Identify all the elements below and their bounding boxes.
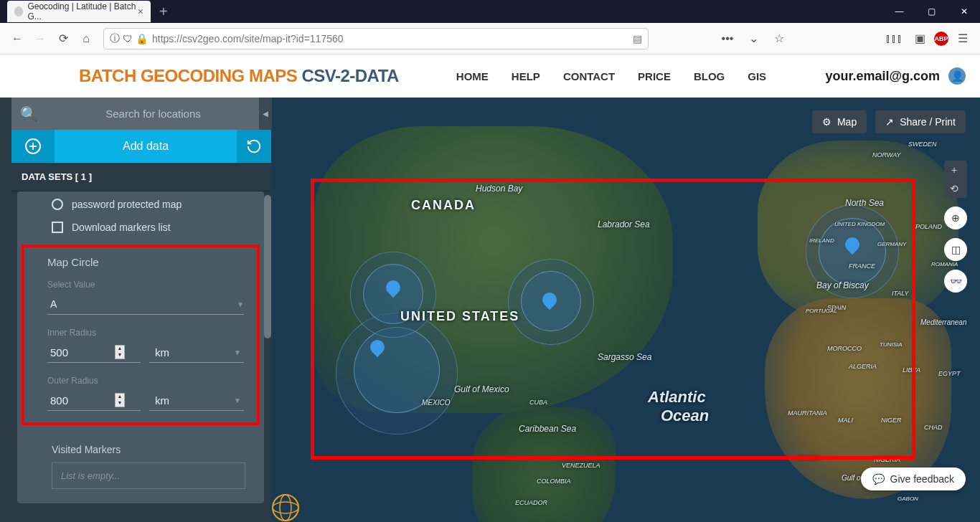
inner-radius-label: Inner Radius [47, 328, 244, 338]
radio-icon [52, 199, 63, 210]
map-controls-top: ⚙ Map ↗ Share / Print [812, 110, 966, 133]
visited-list-empty: List is empty... [52, 462, 245, 489]
reset-rotation-button[interactable]: ⟲ [944, 179, 964, 198]
outer-radius-unit-dropdown[interactable]: km ▼ [149, 390, 244, 411]
refresh-button[interactable] [237, 130, 271, 163]
svg-point-4 [273, 502, 298, 513]
map-canvas[interactable]: CANADA Hudson Bay Labrador Sea UNITED ST… [271, 98, 980, 522]
stepper-down-icon[interactable]: ▼ [116, 400, 124, 407]
reload-button[interactable]: ⟳ [52, 27, 75, 50]
chat-icon: 💬 [872, 473, 885, 485]
zoom-control: + ⟲ [944, 161, 967, 198]
inner-radius-input-wrap: ▲▼ [47, 342, 141, 363]
forward-button[interactable]: → [29, 27, 52, 50]
feedback-label: Give feedback [890, 473, 955, 485]
map-circle-inner[interactable] [354, 327, 440, 413]
outer-radius-input[interactable] [50, 394, 115, 407]
user-email[interactable]: your.email@g.com [825, 69, 940, 84]
feedback-button[interactable]: 💬 Give feedback [861, 468, 966, 490]
zoom-in-button[interactable]: + [944, 161, 964, 179]
search-icon: 🔍 [20, 105, 38, 123]
menu-button[interactable]: ☰ [951, 27, 974, 50]
chevron-down-icon: ▼ [237, 300, 244, 308]
outer-radius-input-wrap: ▲▼ [47, 390, 141, 411]
svg-point-5 [280, 495, 291, 521]
share-label: Share / Print [900, 116, 956, 128]
browser-titlebar: Geocoding | Latitude | Batch G... × + — … [0, 0, 980, 23]
nav-blog[interactable]: BLOG [694, 70, 725, 82]
info-icon[interactable]: ⓘ [110, 32, 120, 45]
stepper-up-icon[interactable]: ▲ [116, 394, 124, 400]
sidebar-icon[interactable]: ▣ [908, 27, 931, 50]
unit-text: km [155, 346, 169, 359]
url-text: https://csv2geo.com/site/map-it?id=11756… [152, 33, 344, 44]
chevron-down-icon: ▼ [234, 348, 241, 356]
library-icon[interactable]: ⫿⫿⫿ [882, 27, 905, 50]
back-button[interactable]: ← [6, 27, 29, 50]
shield-icon[interactable]: 🛡 [123, 33, 133, 44]
sliders-icon: ⚙ [822, 116, 831, 128]
tab-close-icon[interactable]: × [138, 6, 143, 17]
main-layout: 🔍 Add data DATA SETS [ 1 ] password prot… [0, 98, 980, 522]
nav-gis[interactable]: GIS [748, 70, 766, 82]
stepper-down-icon[interactable]: ▼ [116, 352, 124, 359]
stepper-up-icon[interactable]: ▲ [116, 346, 124, 352]
nav-help[interactable]: HELP [512, 70, 540, 82]
abp-icon[interactable]: ABP [934, 32, 948, 46]
search-wrap: 🔍 [11, 98, 271, 130]
landmass-south-america [472, 407, 616, 522]
site-header: BATCH GEOCODING MAPS CSV-2-DATA HOME HEL… [0, 54, 980, 98]
checkbox-icon [52, 222, 63, 233]
more-button[interactable]: ••• [716, 27, 739, 50]
scrollbar-thumb[interactable] [264, 195, 271, 338]
streetview-button[interactable]: 👓 [944, 270, 967, 293]
chevron-down-icon: ▼ [234, 397, 241, 404]
browser-tab[interactable]: Geocoding | Latitude | Batch G... × [7, 1, 151, 22]
sidebar: 🔍 Add data DATA SETS [ 1 ] password prot… [11, 98, 271, 522]
map-circle-title: Map Circle [47, 256, 244, 268]
visited-markers-section: Visited Markers List is empty... [17, 432, 264, 503]
map-controls-right: + ⟲ ⊕ ◫ 👓 [944, 161, 967, 293]
datasets-header[interactable]: DATA SETS [ 1 ] [11, 163, 271, 191]
outer-radius-label: Outer Radius [47, 376, 244, 386]
inner-radius-input[interactable] [50, 346, 115, 359]
nav-contact[interactable]: CONTACT [563, 70, 615, 82]
close-button[interactable]: ✕ [948, 0, 980, 23]
maximize-button[interactable]: ▢ [915, 0, 948, 23]
option-password-protected[interactable]: password protected map [17, 191, 264, 214]
nav-price[interactable]: PRICE [638, 70, 671, 82]
browser-navbar: ← → ⟳ ⌂ ⓘ 🛡 🔒 https://csv2geo.com/site/m… [0, 23, 980, 54]
tab-title: Geocoding | Latitude | Batch G... [27, 1, 137, 22]
sidebar-collapse-button[interactable]: ◀ [259, 98, 272, 130]
select-value-dropdown[interactable]: A ▼ [47, 294, 244, 315]
pocket-icon[interactable]: ⌄ [742, 27, 765, 50]
minimize-button[interactable]: — [883, 0, 915, 23]
new-tab-button[interactable]: + [159, 4, 168, 20]
add-data-plus-button[interactable] [11, 130, 55, 163]
unit-text: km [155, 394, 169, 407]
search-input[interactable] [44, 108, 263, 120]
url-bar[interactable]: ⓘ 🛡 🔒 https://csv2geo.com/site/map-it?id… [103, 28, 649, 49]
compare-button[interactable]: ◫ [944, 238, 967, 261]
reader-icon[interactable]: ▤ [633, 33, 642, 44]
map-mode-button[interactable]: ⚙ Map [812, 110, 867, 133]
site-logo-corner [271, 479, 314, 522]
share-print-button[interactable]: ↗ Share / Print [875, 110, 966, 133]
nav-home[interactable]: HOME [456, 70, 489, 82]
bookmark-icon[interactable]: ☆ [768, 27, 791, 50]
inner-radius-stepper[interactable]: ▲▼ [115, 345, 125, 359]
option-label: Download markers list [72, 222, 171, 233]
panel-scroll[interactable]: password protected map Download markers … [11, 191, 271, 522]
locate-button[interactable]: ⊕ [944, 207, 967, 229]
top-nav: HOME HELP CONTACT PRICE BLOG GIS [456, 70, 766, 82]
panel-content: password protected map Download markers … [17, 191, 264, 503]
option-download-markers[interactable]: Download markers list [17, 214, 264, 237]
map-circle-section: Map Circle Select Value A ▼ Inner Radius… [22, 245, 260, 425]
site-logo[interactable]: BATCH GEOCODING MAPS CSV-2-DATA [79, 66, 399, 86]
inner-radius-unit-dropdown[interactable]: km ▼ [149, 342, 244, 363]
user-avatar-icon[interactable]: 👤 [948, 67, 966, 85]
outer-radius-stepper[interactable]: ▲▼ [115, 393, 125, 407]
home-button[interactable]: ⌂ [75, 27, 98, 50]
add-data-button[interactable]: Add data [55, 130, 237, 163]
map-mode-label: Map [837, 116, 857, 128]
